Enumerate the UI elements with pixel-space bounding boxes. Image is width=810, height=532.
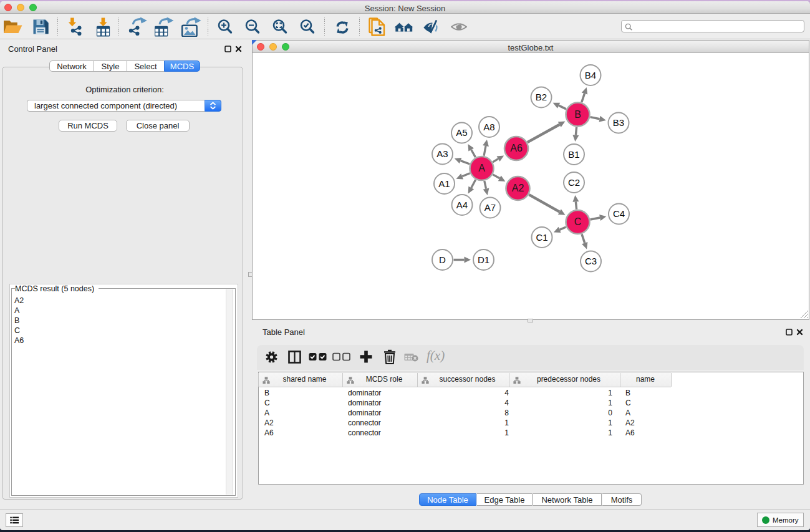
svg-text:A7: A7: [485, 202, 496, 213]
svg-text:C3: C3: [585, 256, 597, 266]
svg-text:B3: B3: [613, 117, 624, 128]
svg-text:B4: B4: [585, 70, 596, 80]
svg-text:D1: D1: [478, 254, 489, 265]
svg-text:A8: A8: [483, 122, 494, 132]
svg-text:A5: A5: [456, 127, 467, 138]
svg-text:B: B: [574, 109, 581, 120]
svg-text:C2: C2: [568, 177, 580, 188]
svg-text:A: A: [478, 163, 485, 173]
svg-text:B2: B2: [536, 92, 547, 102]
svg-text:D: D: [439, 254, 446, 265]
svg-text:A3: A3: [436, 148, 448, 159]
svg-text:C4: C4: [613, 208, 625, 219]
svg-text:A4: A4: [456, 200, 468, 210]
svg-text:A6: A6: [510, 143, 523, 153]
svg-text:B1: B1: [568, 149, 579, 160]
svg-text:C1: C1: [536, 232, 547, 243]
svg-text:A2: A2: [512, 183, 524, 193]
svg-text:A1: A1: [438, 178, 450, 189]
svg-text:C: C: [574, 216, 582, 227]
